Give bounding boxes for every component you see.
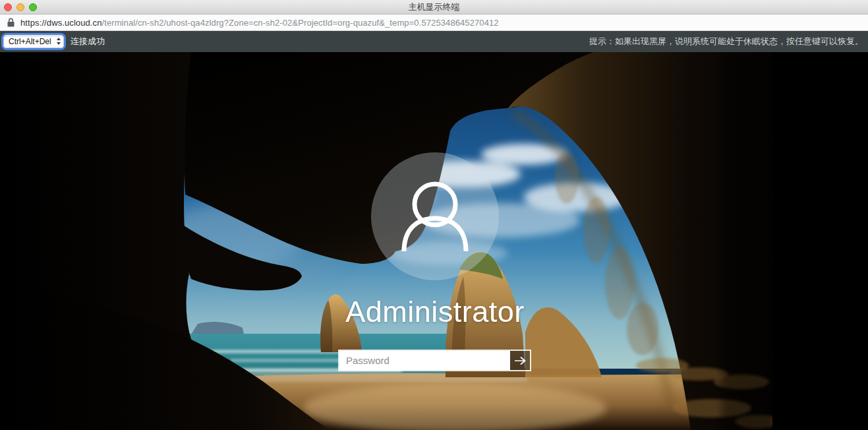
username-label: Administrator xyxy=(270,295,600,329)
terminal-toolbar: Ctrl+Alt+Del 连接成功 提示：如果出现黑屏，说明系统可能处于休眠状态… xyxy=(0,31,868,52)
arrow-right-icon xyxy=(513,356,527,365)
shortcut-select-wrap: Ctrl+Alt+Del xyxy=(3,35,64,48)
user-avatar xyxy=(371,152,499,280)
remote-terminal-view: Administrator xyxy=(0,52,868,430)
lock-icon xyxy=(7,18,14,27)
person-icon xyxy=(371,152,499,280)
url-origin: https://dws.ucloud.cn xyxy=(20,18,102,28)
window-titlebar[interactable]: 主机显示终端 xyxy=(0,0,868,15)
connection-status: 连接成功 xyxy=(71,36,105,47)
password-input[interactable] xyxy=(339,351,510,370)
window-title: 主机显示终端 xyxy=(0,0,868,15)
address-bar[interactable]: https://dws.ucloud.cn/terminal/cn-sh2/uh… xyxy=(0,15,868,31)
toolbar-tip: 提示：如果出现黑屏，说明系统可能处于休眠状态，按任意键可以恢复。 xyxy=(589,36,863,47)
remote-screen[interactable]: Administrator xyxy=(0,52,772,430)
url-text: https://dws.ucloud.cn/terminal/cn-sh2/uh… xyxy=(20,18,499,28)
browser-window: 主机显示终端 https://dws.ucloud.cn/terminal/cn… xyxy=(0,0,868,430)
shortcut-select[interactable]: Ctrl+Alt+Del xyxy=(3,36,64,48)
password-form xyxy=(338,350,531,371)
url-path: /terminal/cn-sh2/uhost-qa4zldrg?Zone=cn-… xyxy=(102,18,499,28)
password-submit-button[interactable] xyxy=(510,351,530,370)
